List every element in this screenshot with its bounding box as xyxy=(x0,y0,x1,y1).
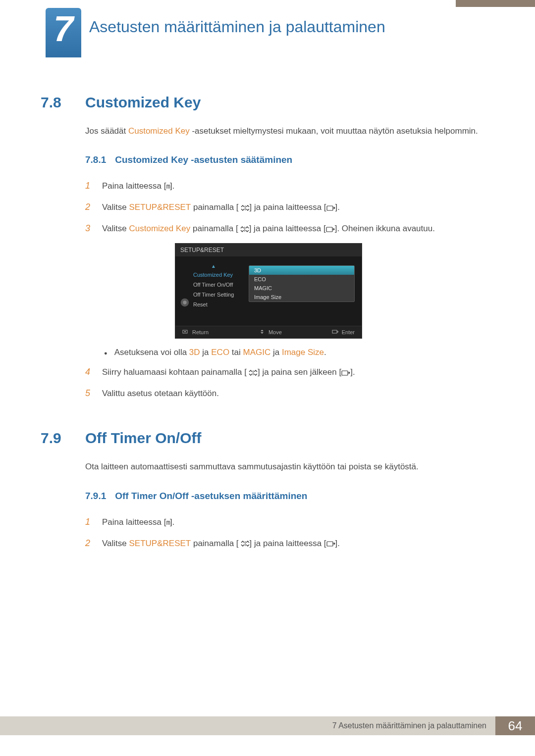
menu-icon: m xyxy=(166,182,169,190)
step-number: 1 xyxy=(85,179,92,193)
step-number: 2 xyxy=(85,201,92,214)
section-number: 7.8 xyxy=(41,94,71,111)
page-content: 7.8 Customized Key Jos säädät Customized… xyxy=(41,94,496,558)
svg-rect-12 xyxy=(327,542,333,546)
step-number: 2 xyxy=(85,537,92,550)
step-number: 1 xyxy=(85,515,92,529)
osd-move: Move xyxy=(259,329,282,335)
svg-rect-10 xyxy=(342,371,348,375)
up-down-icon xyxy=(238,224,249,233)
step-text: Siirry haluamaasi kohtaan painamalla [] … xyxy=(102,366,355,379)
highlight: Customized Key xyxy=(128,126,190,136)
bullet-note: ● Asetuksena voi olla 3D ja ECO tai MAGI… xyxy=(104,348,496,358)
osd-menu-item: Off Timer Setting xyxy=(184,290,243,300)
top-stripe xyxy=(456,0,535,7)
osd-option: Image Size xyxy=(249,293,354,302)
step-text: Valittu asetus otetaan käyttöön. xyxy=(102,387,219,400)
subsection-title: Off Timer On/Off -asetuksen määrittämine… xyxy=(115,491,307,502)
step-1: 1 Paina laitteessa [m]. xyxy=(85,515,496,529)
highlight: Customized Key xyxy=(129,224,191,233)
osd-option-box: 3D ECO MAGIC Image Size xyxy=(249,265,355,302)
step-text: Valitse Customized Key painamalla [] ja … xyxy=(102,222,435,235)
step-5: 5 Valittu asetus otetaan käyttöön. xyxy=(85,387,496,400)
bullet-icon: ● xyxy=(104,348,107,358)
step-1: 1 Paina laitteessa [m]. xyxy=(85,179,496,193)
return-icon xyxy=(182,329,189,335)
svg-point-5 xyxy=(183,301,186,304)
enter-icon xyxy=(326,202,335,212)
highlight: SETUP&RESET xyxy=(129,539,191,548)
svg-rect-8 xyxy=(332,330,337,333)
osd-menu-item: Customized Key xyxy=(184,270,243,280)
osd-header: SETUP&RESET xyxy=(175,244,362,256)
footer-text: 7 Asetusten määrittäminen ja palauttamin… xyxy=(0,716,495,735)
step-number: 4 xyxy=(85,365,92,379)
svg-rect-7 xyxy=(184,331,186,332)
text: -asetukset mieltymystesi mukaan, voit mu… xyxy=(190,126,478,136)
step-number: 5 xyxy=(85,387,92,400)
menu-icon: m xyxy=(166,518,169,526)
subsection-number: 7.8.1 xyxy=(85,154,106,165)
step-text: Paina laitteessa [m]. xyxy=(102,516,174,529)
text: Jos säädät xyxy=(85,126,128,136)
chapter-title: Asetusten määrittäminen ja palauttaminen xyxy=(89,18,385,36)
bullet-text: Asetuksena voi olla 3D ja ECO tai MAGIC … xyxy=(114,348,326,357)
svg-rect-3 xyxy=(326,227,332,232)
step-2: 2 Valitse SETUP&RESET painamalla [] ja p… xyxy=(85,201,496,214)
enter-icon xyxy=(326,539,335,548)
highlight: SETUP&RESET xyxy=(129,202,191,212)
step-text: Valitse SETUP&RESET painamalla [] ja pai… xyxy=(102,537,340,550)
page-footer: 7 Asetusten määrittäminen ja palauttamin… xyxy=(0,716,535,735)
section-7-9-intro: Ota laitteen automaattisesti sammuttava … xyxy=(85,460,496,473)
step-text: Paina laitteessa [m]. xyxy=(102,180,174,193)
subsection-number: 7.9.1 xyxy=(85,491,106,502)
gear-icon xyxy=(179,297,190,309)
step-text: Valitse SETUP&RESET painamalla [] ja pai… xyxy=(102,201,340,214)
section-7-8-header: 7.8 Customized Key xyxy=(41,94,496,111)
osd-up-arrow-icon: ▲ xyxy=(184,263,243,269)
step-3: 3 Valitse Customized Key painamalla [] j… xyxy=(85,222,496,235)
enter-icon xyxy=(341,367,350,377)
section-7-9-header: 7.9 Off Timer On/Off xyxy=(41,430,496,447)
osd-left-panel: ▲ Customized Key Off Timer On/Off Off Ti… xyxy=(175,256,245,326)
step-number: 3 xyxy=(85,222,92,235)
section-7-8-intro: Jos säädät Customized Key -asetukset mie… xyxy=(85,125,496,138)
osd-menu-item: Off Timer On/Off xyxy=(184,280,243,290)
osd-return: Return xyxy=(182,329,209,335)
subsection-7-8-1-header: 7.8.1 Customized Key -asetusten säätämin… xyxy=(85,154,496,165)
move-icon xyxy=(259,329,266,335)
osd-body: ▲ Customized Key Off Timer On/Off Off Ti… xyxy=(175,256,362,326)
up-down-icon xyxy=(247,367,258,377)
subsection-title: Customized Key -asetusten säätäminen xyxy=(115,154,292,165)
osd-option: MAGIC xyxy=(249,284,354,293)
step-4: 4 Siirry haluamaasi kohtaan painamalla [… xyxy=(85,365,496,379)
up-down-icon xyxy=(239,202,250,212)
osd-footer: Return Move Enter xyxy=(175,326,362,338)
section-title: Customized Key xyxy=(85,94,201,111)
up-down-icon xyxy=(239,539,250,548)
osd-option: 3D xyxy=(249,266,354,275)
chapter-number: 7 xyxy=(54,11,73,47)
osd-menu-item: Reset xyxy=(184,300,243,309)
subsection-7-9-1-header: 7.9.1 Off Timer On/Off -asetuksen määrit… xyxy=(85,491,496,502)
chapter-tab: 7 xyxy=(46,8,81,57)
section-title: Off Timer On/Off xyxy=(85,430,201,447)
enter-icon xyxy=(326,224,335,233)
enter-key-icon xyxy=(332,329,339,335)
page-number: 64 xyxy=(495,716,535,735)
section-number: 7.9 xyxy=(41,430,71,447)
osd-option: ECO xyxy=(249,275,354,284)
osd-right-panel: 3D ECO MAGIC Image Size xyxy=(245,256,362,326)
osd-enter: Enter xyxy=(332,329,355,335)
step-2: 2 Valitse SETUP&RESET painamalla [] ja p… xyxy=(85,537,496,550)
osd-screenshot: SETUP&RESET ▲ Customized Key Off Timer O… xyxy=(175,243,362,339)
svg-rect-1 xyxy=(327,206,333,210)
